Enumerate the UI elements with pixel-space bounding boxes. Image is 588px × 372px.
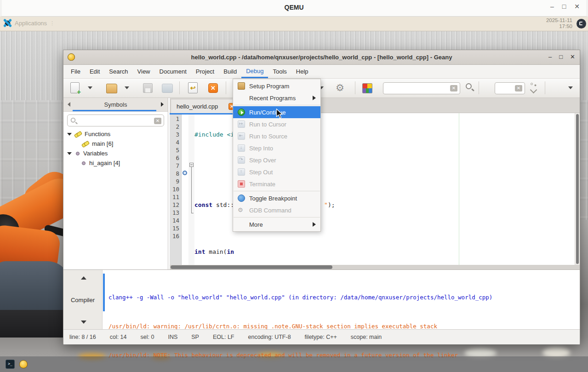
line-number[interactable]: 8 bbox=[170, 170, 181, 177]
qemu-close-button[interactable]: ✕ bbox=[574, 3, 580, 10]
geany-titlebar[interactable]: hello_world.cpp - /data/home/qnxuser/pro… bbox=[63, 50, 580, 65]
expander-icon[interactable] bbox=[67, 152, 72, 155]
menu-item-step-out[interactable]: Step Out bbox=[233, 166, 320, 178]
line-number[interactable]: 3 bbox=[170, 131, 181, 138]
scroll-up-arrow-icon[interactable] bbox=[81, 276, 86, 280]
symbols-search-input[interactable] bbox=[80, 115, 153, 126]
menu-item-step-into[interactable]: Step Into bbox=[233, 142, 320, 154]
goto-line-button[interactable] bbox=[529, 82, 539, 93]
save-all-button[interactable] bbox=[162, 84, 173, 93]
line-number[interactable]: 16 bbox=[170, 232, 181, 240]
execute-button[interactable]: ⚙ bbox=[336, 82, 344, 93]
tab-compiler[interactable]: Compiler bbox=[63, 297, 102, 303]
line-number[interactable]: 6 bbox=[170, 154, 181, 162]
menu-tools[interactable]: Tools bbox=[268, 65, 291, 78]
menu-item-terminate[interactable]: Terminate bbox=[233, 178, 320, 190]
line-number[interactable]: 2 bbox=[170, 123, 181, 131]
tab-hello-world-cpp[interactable]: hello_world.cpp ✕ bbox=[171, 99, 239, 113]
horizontal-scrollbar[interactable] bbox=[170, 265, 580, 269]
menu-file[interactable]: File bbox=[66, 65, 85, 78]
vertical-scrollbar-thumb[interactable] bbox=[576, 114, 579, 264]
tree-item-main[interactable]: main [6] bbox=[63, 139, 168, 149]
tree-item-functions[interactable]: Functions bbox=[63, 129, 168, 139]
search-clear-icon[interactable]: ✕ bbox=[450, 85, 457, 92]
line-number[interactable]: 10 bbox=[170, 185, 181, 193]
line-number[interactable]: 13 bbox=[170, 209, 181, 217]
revert-button[interactable]: ↩ bbox=[188, 82, 198, 93]
new-file-dropdown-arrow[interactable] bbox=[88, 86, 92, 89]
code-editor[interactable]: 1 2 3 4 5 6 7 8 9 10 11 12 13 14 bbox=[170, 113, 580, 265]
compiler-messages[interactable]: clang++ -g -Wall -o "hello_world" "hello… bbox=[103, 270, 580, 329]
applications-menu-button[interactable]: Applications ⋮ bbox=[3, 18, 55, 28]
menu-item-run-continue[interactable]: Run/Continue bbox=[233, 106, 320, 118]
search-input[interactable] bbox=[386, 83, 446, 93]
qemu-maximize-button[interactable]: □ bbox=[562, 3, 566, 10]
menu-item-run-to-cursor[interactable]: Run to Cursor bbox=[233, 118, 320, 130]
goto-clear-icon[interactable]: ✕ bbox=[515, 85, 522, 92]
menu-item-setup-program[interactable]: Setup Program bbox=[233, 80, 320, 92]
geany-maximize-button[interactable]: □ bbox=[559, 53, 563, 60]
menu-build[interactable]: Build bbox=[219, 65, 241, 78]
open-file-button[interactable] bbox=[106, 84, 117, 93]
goto-line-input[interactable] bbox=[498, 83, 514, 93]
expander-icon[interactable] bbox=[67, 133, 72, 136]
marker-margin[interactable] bbox=[182, 113, 188, 265]
line-number[interactable]: 7 bbox=[170, 162, 181, 170]
close-file-button[interactable]: ✕ bbox=[208, 83, 218, 93]
line-number[interactable]: 4 bbox=[170, 138, 181, 146]
symbols-search-box[interactable]: ✕ bbox=[67, 114, 164, 126]
sidebar-tab-right-arrow[interactable] bbox=[161, 102, 164, 107]
menu-document[interactable]: Document bbox=[155, 65, 191, 78]
tab-symbols[interactable]: Symbols bbox=[63, 101, 168, 108]
geany-taskbar-icon[interactable] bbox=[19, 360, 28, 368]
tree-item-hi-again[interactable]: hi_again [4] bbox=[63, 158, 168, 168]
menu-item-toggle-breakpoint[interactable]: Toggle Breakpoint bbox=[233, 192, 320, 204]
line-number-margin[interactable]: 1 2 3 4 5 6 7 8 9 10 11 12 13 14 bbox=[170, 113, 182, 265]
line-number[interactable]: 1 bbox=[170, 115, 181, 123]
open-file-dropdown-arrow[interactable] bbox=[125, 86, 129, 89]
toolbar-search-entry[interactable]: ✕ bbox=[383, 82, 460, 94]
line-number[interactable]: 11 bbox=[170, 193, 181, 201]
fold-collapse-icon[interactable] bbox=[189, 163, 194, 167]
color-chooser-button[interactable] bbox=[362, 83, 372, 93]
fold-margin[interactable] bbox=[188, 113, 194, 265]
geany-close-button[interactable]: ✕ bbox=[570, 53, 575, 60]
save-button[interactable] bbox=[143, 83, 153, 93]
menu-debug[interactable]: Debug bbox=[241, 65, 268, 78]
menu-view[interactable]: View bbox=[133, 65, 155, 78]
toolbar-overflow-arrow[interactable] bbox=[568, 86, 573, 89]
tree-item-variables[interactable]: Variables bbox=[63, 149, 168, 158]
line-number[interactable]: 14 bbox=[170, 217, 181, 224]
scroll-down-arrow-icon[interactable] bbox=[81, 320, 86, 324]
menu-item-more[interactable]: More bbox=[233, 218, 320, 230]
panel-clock[interactable]: 2025-11-11 17:50 bbox=[546, 17, 572, 29]
status-sp-mode[interactable]: SP bbox=[191, 334, 199, 340]
menu-item-run-to-source[interactable]: Run to Source bbox=[233, 130, 320, 142]
menu-help[interactable]: Help bbox=[291, 65, 313, 78]
menu-item-step-over[interactable]: Step Over bbox=[233, 154, 320, 166]
breakpoint-marker-icon[interactable] bbox=[183, 171, 187, 175]
compiler-panel: Compiler clang++ -g -Wall -o "hello_worl… bbox=[63, 269, 580, 329]
search-button[interactable] bbox=[465, 82, 475, 93]
menu-edit[interactable]: Edit bbox=[85, 65, 104, 78]
line-number[interactable]: 15 bbox=[170, 224, 181, 232]
symbols-search-clear-icon[interactable]: ✕ bbox=[154, 118, 161, 124]
menu-search[interactable]: Search bbox=[104, 65, 132, 78]
menu-item-recent-programs[interactable]: Recent Programs bbox=[233, 92, 320, 104]
terminal-taskbar-icon[interactable]: >_ bbox=[6, 360, 15, 369]
new-file-button[interactable] bbox=[70, 82, 80, 93]
compiler-message[interactable]: clang++ -g -Wall -o "hello_world" "hello… bbox=[108, 292, 580, 302]
line-number[interactable]: 12 bbox=[170, 201, 181, 209]
status-ins-mode[interactable]: INS bbox=[168, 334, 177, 340]
line-number[interactable]: 5 bbox=[170, 146, 181, 154]
line-number[interactable]: 9 bbox=[170, 177, 181, 185]
vertical-scrollbar[interactable] bbox=[575, 113, 580, 265]
geany-minimize-button[interactable]: – bbox=[548, 53, 552, 60]
clipboard-tray-icon[interactable] bbox=[577, 19, 586, 29]
applications-dots-icon: ⋮ bbox=[50, 20, 55, 26]
horizontal-scrollbar-thumb[interactable] bbox=[171, 265, 332, 269]
menu-project[interactable]: Project bbox=[191, 65, 219, 78]
menu-item-gdb-command[interactable]: ⚙ GDB Command bbox=[233, 204, 320, 216]
goto-line-entry[interactable]: ✕ bbox=[495, 82, 525, 94]
qemu-minimize-button[interactable]: – bbox=[550, 3, 554, 10]
